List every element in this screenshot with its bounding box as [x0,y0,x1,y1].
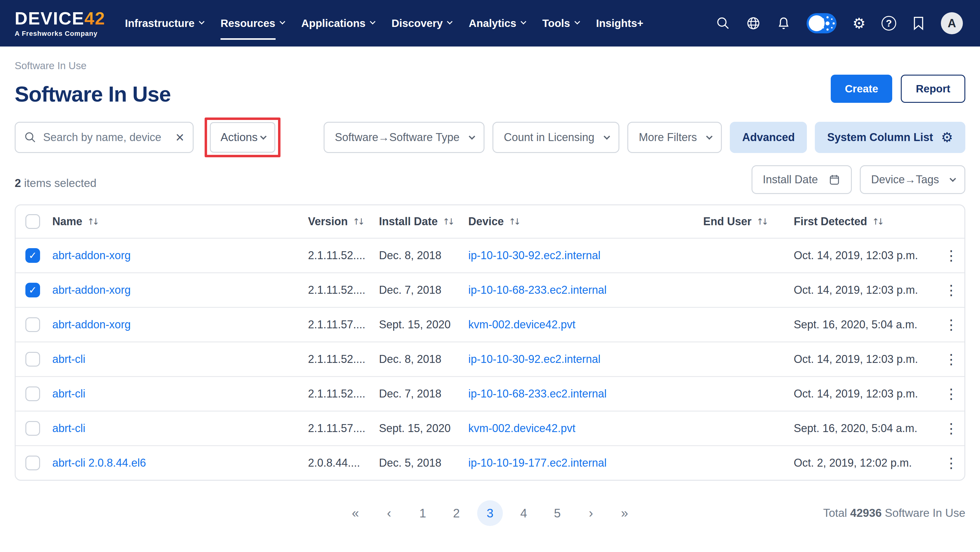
sort-icon[interactable]: ↑↓ [353,217,364,227]
table-row: abrt-addon-xorg 2.1.11.52.... Dec. 8, 20… [16,238,964,272]
page-button-3[interactable]: 3 [477,500,503,526]
row-checkbox[interactable] [25,283,40,297]
bookmark-icon[interactable] [912,16,925,30]
advanced-button[interactable]: Advanced [730,122,807,153]
first-detected-cell: Oct. 14, 2019, 12:03 p.m. [794,284,938,297]
software-table: Name↑↓ Version↑↓ Install Date↑↓ Device↑↓… [15,204,965,481]
user-avatar[interactable]: A [941,12,963,34]
nav-item-insights-plus[interactable]: Insights+ [596,11,644,35]
version-cell: 2.1.11.57.... [308,318,379,331]
next-page-button[interactable]: › [578,500,604,526]
theme-toggle[interactable] [807,13,837,34]
chevron-down-icon [280,19,285,24]
chevron-down-icon [469,133,475,140]
nav-item-analytics[interactable]: Analytics [469,11,525,35]
software-name-link[interactable]: abrt-addon-xorg [52,284,130,296]
row-menu-button[interactable]: ⋮ [938,351,964,367]
create-button[interactable]: Create [831,75,892,103]
page-header: Software In Use Software In Use Create R… [0,46,980,107]
first-detected-cell: Sept. 16, 2020, 5:04 a.m. [794,422,938,435]
row-checkbox[interactable] [25,352,40,367]
row-checkbox[interactable] [25,317,40,332]
first-detected-cell: Oct. 14, 2019, 12:03 p.m. [794,353,938,366]
gear-icon: ⚙ [941,131,953,144]
device-link[interactable]: kvm-002.device42.pvt [468,422,575,434]
device-link[interactable]: kvm-002.device42.pvt [468,318,575,331]
row-menu-button[interactable]: ⋮ [938,386,964,402]
clear-search-icon[interactable]: × [175,130,184,145]
sort-icon[interactable]: ↑↓ [509,217,520,227]
first-page-button[interactable]: « [342,500,368,526]
filter-group: Software→Software Type Count in Licensin… [324,122,965,153]
last-page-button[interactable]: » [612,500,638,526]
breadcrumb[interactable]: Software In Use [15,60,965,72]
device42-logo[interactable]: DEVICE42 A Freshworks Company [15,10,105,37]
count-in-licensing-filter-dropdown[interactable]: Count in Licensing [492,122,619,153]
software-type-filter-dropdown[interactable]: Software→Software Type [324,122,485,153]
row-checkbox[interactable] [25,421,40,436]
row-menu-button[interactable]: ⋮ [938,420,964,437]
search-icon [24,131,37,144]
software-name-link[interactable]: abrt-addon-xorg [52,249,130,262]
install-date-filter[interactable]: Install Date [751,165,852,194]
sort-icon[interactable]: ↑↓ [442,217,455,227]
version-cell: 2.1.11.52.... [308,388,379,400]
search-icon[interactable] [716,16,730,30]
page-button-1[interactable]: 1 [410,500,436,526]
device-link[interactable]: ip-10-10-68-233.ec2.internal [468,284,606,296]
nav-utilities: ⚙ ? A [716,12,963,34]
row-checkbox[interactable] [25,248,40,263]
help-icon[interactable]: ? [881,16,896,30]
nav-item-tools[interactable]: Tools [542,11,578,35]
sort-icon[interactable]: ↑↓ [87,217,99,227]
selected-count-text: 2 items selected [15,177,96,194]
chevron-down-icon [604,133,610,140]
actions-dropdown[interactable]: Actions [210,122,275,153]
globe-icon[interactable] [746,16,761,30]
row-menu-button[interactable]: ⋮ [938,247,964,264]
device-link[interactable]: ip-10-10-68-233.ec2.internal [468,388,606,400]
row-menu-button[interactable]: ⋮ [938,282,964,298]
pagination: « ‹ 1 2 3 4 5 › » [342,500,638,526]
sort-icon[interactable]: ↑↓ [872,217,884,227]
software-name-link[interactable]: abrt-cli [52,388,85,400]
version-cell: 2.1.11.52.... [308,249,379,262]
software-name-link[interactable]: abrt-addon-xorg [52,318,130,331]
row-checkbox[interactable] [25,386,40,401]
select-all-checkbox[interactable] [25,214,40,229]
settings-gear-icon[interactable]: ⚙ [853,16,865,30]
page-button-4[interactable]: 4 [511,500,536,526]
report-button[interactable]: Report [901,75,965,103]
search-input[interactable] [43,131,169,144]
page-button-5[interactable]: 5 [544,500,570,526]
top-navigation-bar: DEVICE42 A Freshworks Company Infrastruc… [0,0,980,46]
device-tags-filter-dropdown[interactable]: Device→Tags [860,165,965,194]
notifications-bell-icon[interactable] [776,16,791,30]
software-name-link[interactable]: abrt-cli [52,353,85,365]
system-column-list-button[interactable]: System Column List ⚙ [815,122,965,153]
nav-item-applications[interactable]: Applications [301,11,374,35]
table-row: abrt-addon-xorg 2.1.11.57.... Sept. 15, … [16,307,964,341]
nav-item-infrastructure[interactable]: Infrastructure [125,11,203,35]
sort-icon[interactable]: ↑↓ [756,217,768,227]
page-button-2[interactable]: 2 [444,500,469,526]
chevron-down-icon [370,19,375,24]
device-link[interactable]: ip-10-10-19-177.ec2.internal [468,456,606,469]
device-link[interactable]: ip-10-10-30-92.ec2.internal [468,249,600,262]
software-name-link[interactable]: abrt-cli [52,422,85,434]
chevron-down-icon [574,19,580,24]
nav-item-resources[interactable]: Resources [221,11,283,35]
row-checkbox[interactable] [25,456,40,470]
previous-page-button[interactable]: ‹ [376,500,402,526]
row-menu-button[interactable]: ⋮ [938,316,964,333]
more-filters-dropdown[interactable]: More Filters [627,122,722,153]
device-link[interactable]: ip-10-10-30-92.ec2.internal [468,353,600,365]
chevron-down-icon [199,19,204,24]
table-row: abrt-cli 2.1.11.57.... Sept. 15, 2020 kv… [16,411,964,445]
install-date-cell: Sept. 15, 2020 [379,318,468,331]
software-name-link[interactable]: abrt-cli 2.0.8.44.el6 [52,456,146,469]
nav-item-discovery[interactable]: Discovery [391,11,451,35]
row-menu-button[interactable]: ⋮ [938,455,964,471]
table-row: abrt-cli 2.1.11.52.... Dec. 8, 2018 ip-1… [16,341,964,376]
chevron-down-icon [950,175,956,182]
